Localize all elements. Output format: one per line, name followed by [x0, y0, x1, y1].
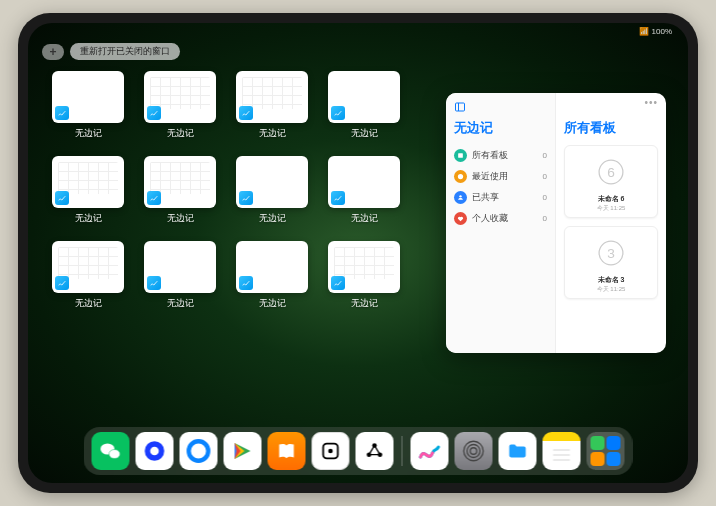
thumb-label: 无边记 — [351, 127, 378, 140]
board-card[interactable]: 3 未命名 3 今天 11:25 — [564, 226, 658, 299]
dock-separator — [402, 436, 403, 466]
thumb-label: 无边记 — [75, 127, 102, 140]
svg-point-20 — [467, 445, 480, 458]
freeform-app-icon — [331, 191, 345, 205]
sidebar-item-count: 0 — [543, 193, 547, 202]
thumb-label: 无边记 — [259, 212, 286, 225]
more-options-icon[interactable]: ••• — [644, 97, 658, 108]
svg-point-15 — [328, 449, 333, 454]
switcher-thumb[interactable]: 无边记 — [328, 156, 400, 225]
svg-rect-2 — [458, 153, 463, 158]
board-name: 未命名 3 — [569, 275, 653, 285]
dock-app-wechat[interactable] — [92, 432, 130, 470]
switcher-thumb[interactable]: 无边记 — [144, 156, 216, 225]
freeform-app-icon — [239, 276, 253, 290]
svg-point-13 — [189, 441, 209, 461]
sidebar-toggle-icon[interactable] — [454, 101, 547, 113]
ipad-screen: 📶 100% + 重新打开已关闭的窗口 无边记 无边记 无边记 无边记 — [28, 23, 688, 483]
sidebar-item[interactable]: 最近使用 0 — [454, 166, 547, 187]
svg-text:3: 3 — [607, 246, 615, 261]
dock-app-app-library[interactable] — [587, 432, 625, 470]
dock-app-browser-o[interactable] — [136, 432, 174, 470]
status-indicators: 📶 100% — [639, 27, 672, 36]
thumb-preview — [328, 71, 400, 123]
sidebar-title: 无边记 — [454, 119, 547, 137]
svg-point-12 — [150, 447, 159, 456]
freeform-app-icon — [239, 106, 253, 120]
switcher-thumb[interactable]: 无边记 — [236, 156, 308, 225]
dock — [84, 427, 633, 475]
sidebar-item[interactable]: 所有看板 0 — [454, 145, 547, 166]
dock-app-notes[interactable] — [543, 432, 581, 470]
dock-app-play[interactable] — [224, 432, 262, 470]
svg-rect-0 — [456, 103, 465, 111]
thumb-label: 无边记 — [351, 212, 378, 225]
switcher-thumb[interactable]: 无边记 — [52, 71, 124, 140]
switcher-thumb[interactable]: 无边记 — [52, 156, 124, 225]
svg-point-21 — [470, 448, 477, 455]
new-window-button[interactable]: + — [42, 44, 64, 60]
thumb-preview — [236, 241, 308, 293]
sidebar-item-count: 0 — [543, 214, 547, 223]
board-card[interactable]: 6 未命名 6 今天 11:25 — [564, 145, 658, 218]
svg-point-10 — [109, 450, 120, 459]
sidebar-item[interactable]: 个人收藏 0 — [454, 208, 547, 229]
thumb-preview — [144, 241, 216, 293]
app-switcher-grid: 无边记 无边记 无边记 无边记 无边记 无边记 无边记 — [52, 71, 400, 310]
board-date: 今天 11:25 — [569, 204, 653, 213]
freeform-app-icon — [239, 191, 253, 205]
dock-app-molecule[interactable] — [356, 432, 394, 470]
freeform-app-icon — [55, 276, 69, 290]
switcher-thumb[interactable]: 无边记 — [236, 71, 308, 140]
sidebar-item-icon — [454, 191, 467, 204]
sidebar-item-label: 最近使用 — [472, 170, 508, 183]
dock-app-freeform[interactable] — [411, 432, 449, 470]
reopen-closed-window-button[interactable]: 重新打开已关闭的窗口 — [70, 43, 180, 60]
sidebar-item[interactable]: 已共享 0 — [454, 187, 547, 208]
sidebar-item-label: 所有看板 — [472, 149, 508, 162]
thumb-preview — [52, 241, 124, 293]
switcher-thumb[interactable]: 无边记 — [144, 71, 216, 140]
status-bar: 📶 100% — [28, 23, 688, 39]
thumb-preview — [52, 71, 124, 123]
switcher-thumb[interactable]: 无边记 — [144, 241, 216, 310]
freeform-app-icon — [147, 106, 161, 120]
sidebar-item-icon — [454, 212, 467, 225]
thumb-label: 无边记 — [75, 297, 102, 310]
thumb-label: 无边记 — [351, 297, 378, 310]
dock-app-files[interactable] — [499, 432, 537, 470]
switcher-thumb[interactable]: 无边记 — [236, 241, 308, 310]
dock-app-dice[interactable] — [312, 432, 350, 470]
thumb-label: 无边记 — [167, 297, 194, 310]
dock-app-books[interactable] — [268, 432, 306, 470]
thumb-label: 无边记 — [259, 127, 286, 140]
freeform-app-icon — [55, 106, 69, 120]
sidebar-item-count: 0 — [543, 151, 547, 160]
svg-point-4 — [459, 195, 461, 197]
top-controls: + 重新打开已关闭的窗口 — [42, 43, 180, 60]
freeform-app-icon — [147, 276, 161, 290]
board-date: 今天 11:25 — [569, 285, 653, 294]
freeform-window[interactable]: 无边记 所有看板 0 最近使用 0 已共享 0 个人收藏 0 ••• 所有看板 … — [446, 93, 666, 353]
thumb-label: 无边记 — [167, 212, 194, 225]
sidebar-item-label: 个人收藏 — [472, 212, 508, 225]
thumb-label: 无边记 — [259, 297, 286, 310]
dock-app-settings[interactable] — [455, 432, 493, 470]
switcher-thumb[interactable]: 无边记 — [328, 71, 400, 140]
main-title: 所有看板 — [564, 119, 658, 137]
sidebar-item-label: 已共享 — [472, 191, 499, 204]
freeform-app-icon — [147, 191, 161, 205]
thumb-preview — [328, 241, 400, 293]
thumb-preview — [52, 156, 124, 208]
switcher-thumb[interactable]: 无边记 — [52, 241, 124, 310]
svg-text:6: 6 — [607, 165, 615, 180]
sidebar-item-icon — [454, 170, 467, 183]
ipad-device: 📶 100% + 重新打开已关闭的窗口 无边记 无边记 无边记 无边记 — [18, 13, 698, 493]
dock-app-quark[interactable] — [180, 432, 218, 470]
sidebar-item-count: 0 — [543, 172, 547, 181]
thumb-preview — [144, 71, 216, 123]
board-preview: 3 — [569, 231, 653, 275]
switcher-thumb[interactable]: 无边记 — [328, 241, 400, 310]
thumb-preview — [328, 156, 400, 208]
board-preview: 6 — [569, 150, 653, 194]
